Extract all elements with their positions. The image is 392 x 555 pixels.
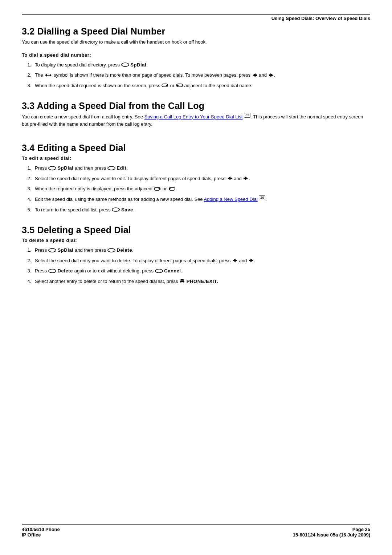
page-ref-badge: 32 [244, 113, 250, 118]
section-heading-3-3: 3.3 Adding a Speed Dial from the Call Lo… [22, 101, 370, 111]
step-text: When the speed dial required is shown on… [35, 83, 162, 88]
step-text: . [133, 207, 135, 212]
softkey-icon [107, 166, 115, 170]
right-arrow-icon [248, 258, 254, 263]
footer-right-2: 15-601124 Issue 05a (16 July 2009) [293, 532, 370, 538]
step-text: . [146, 62, 148, 68]
step-item: When the required entry is displayed, pr… [33, 185, 370, 193]
key-label: Save [121, 207, 133, 212]
section-3-2-intro: You can use the speed dial directory to … [22, 39, 370, 46]
step-text: . [265, 197, 267, 202]
footer-rule [22, 524, 370, 525]
linekey-right-icon [176, 83, 183, 88]
phone-icon [179, 279, 185, 283]
step-text: . [126, 165, 128, 171]
footer-left-1: 4610/5610 Phone [22, 527, 60, 532]
step-text: and [239, 258, 248, 263]
step-text: . [249, 176, 250, 181]
linekey-right-icon [168, 187, 175, 191]
para-text: You can create a new speed dial from a c… [22, 114, 144, 120]
left-arrow-icon [232, 258, 238, 263]
key-label: SpDial [130, 62, 146, 68]
key-label: PHONE/EXIT. [187, 279, 219, 284]
step-text: . [274, 72, 275, 78]
step-text: or [170, 83, 176, 88]
step-text: To display the speed dial directory, pre… [35, 62, 121, 68]
section-heading-3-4: 3.4 Editing a Speed Dial [22, 143, 370, 153]
step-text: . [254, 258, 256, 263]
softkey-icon [112, 207, 120, 212]
step-item: To display the speed dial directory, pre… [33, 61, 370, 69]
xref-link-adding-speed-dial[interactable]: Adding a New Speed Dial [204, 197, 257, 202]
right-arrow-icon [268, 73, 274, 77]
step-text: and [259, 72, 268, 78]
section-heading-3-2: 3.2 Dialling a Speed Dial Number [22, 26, 370, 37]
key-label: SpDial [57, 247, 73, 253]
step-text: and [234, 176, 243, 181]
section-3-5-lead: To delete a speed dial: [22, 238, 370, 243]
key-label: SpDial [57, 165, 73, 171]
both-arrows-icon [44, 73, 52, 77]
header-breadcrumb: Using Speed Dials: Overview of Speed Dia… [22, 16, 370, 21]
section-3-5-steps: Press SpDial and then press Delete. Sele… [22, 247, 370, 285]
linekey-left-icon [154, 187, 161, 191]
page-footer: 4610/5610 Phone Page 25 IP Office 15-601… [22, 524, 370, 538]
section-heading-3-5: 3.5 Deleting a Speed Dial [22, 225, 370, 235]
softkey-icon [48, 166, 56, 170]
step-item: Press SpDial and then press Edit. [33, 165, 370, 172]
step-text: symbol is shown if there is more than on… [54, 72, 252, 78]
step-text: To return to the speed dial list, press [35, 207, 112, 212]
step-text: and then press [75, 247, 107, 253]
step-text: The [35, 72, 44, 78]
right-arrow-icon [243, 176, 249, 181]
key-label: Cancel [164, 268, 181, 274]
step-item: Select another entry to delete or to ret… [33, 278, 370, 285]
footer-left-2: IP Office [22, 532, 41, 538]
step-text: Press [35, 268, 48, 274]
step-item: Select the speed dial entry you want to … [33, 257, 370, 264]
header-rule [22, 14, 370, 15]
section-3-3-body: You can create a new speed dial from a c… [22, 113, 370, 127]
left-arrow-icon [252, 73, 258, 77]
step-text: Edit the speed dial using the same metho… [35, 197, 204, 202]
step-item: To return to the speed dial list, press … [33, 206, 370, 214]
step-text: or [163, 186, 168, 191]
step-text: . [175, 186, 177, 191]
softkey-icon [121, 62, 129, 67]
softkey-icon [107, 248, 115, 252]
step-item: Edit the speed dial using the same metho… [33, 196, 370, 203]
step-text: Press [35, 247, 48, 253]
section-3-4-lead: To edit a speed dial: [22, 155, 370, 161]
footer-right-1: Page 25 [352, 527, 370, 532]
softkey-icon [48, 248, 56, 252]
key-label: Delete [57, 268, 73, 274]
page-ref-badge: 26 [259, 195, 265, 200]
step-text: Select the speed dial entry you want to … [35, 176, 227, 181]
step-text: adjacent to the speed dial name. [184, 83, 252, 88]
step-text: Press [35, 165, 48, 171]
section-3-2-steps: To display the speed dial directory, pre… [22, 61, 370, 89]
section-3-2-lead: To dial a speed dial number: [22, 52, 370, 58]
step-item: Select the speed dial entry you want to … [33, 175, 370, 182]
step-text: again or to exit without deleting, press [74, 268, 155, 274]
linekey-left-icon [162, 83, 169, 88]
key-label: Edit [117, 165, 126, 171]
step-text: . [181, 268, 182, 274]
step-item: Press Delete again or to exit without de… [33, 267, 370, 275]
step-text: Select the speed dial entry you want to … [35, 258, 232, 263]
key-label: Delete [117, 247, 132, 253]
section-3-4-steps: Press SpDial and then press Edit. Select… [22, 165, 370, 213]
softkey-icon [48, 269, 56, 273]
xref-link-save-call-log[interactable]: Saving a Call Log Entry to Your Speed Di… [144, 114, 242, 120]
step-text: When the required entry is displayed, pr… [35, 186, 154, 191]
step-item: When the speed dial required is shown on… [33, 82, 370, 89]
step-text: Select another entry to delete or to ret… [35, 279, 179, 284]
step-item: Press SpDial and then press Delete. [33, 247, 370, 254]
step-text: . [132, 247, 134, 253]
softkey-icon [155, 269, 163, 273]
step-text: and then press [75, 165, 107, 171]
left-arrow-icon [227, 176, 233, 181]
step-item: The symbol is shown if there is more tha… [33, 72, 370, 79]
document-page: Using Speed Dials: Overview of Speed Dia… [0, 0, 392, 555]
